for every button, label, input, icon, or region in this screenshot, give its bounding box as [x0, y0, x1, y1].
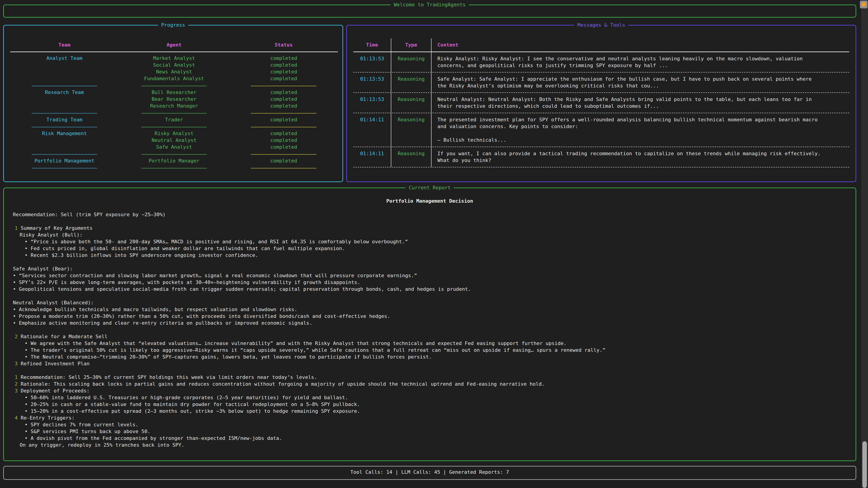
report-line: • 20–25% in cash or a stable-value fund … [4, 401, 856, 408]
agent-name: Safe Analyst [119, 144, 229, 151]
message-time: 01:14:11 [353, 147, 391, 167]
report-line: 1 Summary of Key Arguments [4, 225, 856, 232]
status-value: completed [229, 55, 338, 62]
report-line: • We agree with the Safe Analyst that “e… [4, 340, 856, 347]
report-line: 3 Refined Investment Plan [4, 360, 856, 367]
team-name: Analyst Team [10, 55, 119, 62]
terminal-screen: { "colors": { "bg": "#1f1f1f", "fg": "#e… [0, 0, 868, 488]
report-line: 4 Re-Entry Triggers: [4, 415, 856, 421]
message-row: 01:14:11 Reasoning The presented investm… [353, 113, 849, 147]
message-row: 01:13:53 Reasoning Risky Analyst: Risky … [353, 52, 849, 72]
status-value: completed [229, 68, 338, 75]
report-line: 2 Rationale for a Moderate Sell [4, 333, 856, 340]
message-time: 01:13:53 [353, 93, 391, 113]
progress-group-separator [10, 127, 338, 127]
report-item-number: 2 [15, 334, 18, 339]
report-line: Safe Analyst (Bear): [4, 265, 856, 272]
scrollbar-thumb[interactable] [862, 441, 867, 488]
progress-row: Analyst Team Market Analyst completed [10, 55, 338, 62]
report-line: 3 Deployment of Proceeds: [4, 387, 856, 394]
progress-panel: Progress Team Agent Status Analyst Team … [3, 25, 343, 182]
agent-name: Bear Researcher [119, 96, 229, 103]
report-blank-line [4, 367, 856, 374]
status-value: completed [229, 75, 338, 82]
report-line: Recommendation: Sell (trim SPY exposure … [4, 211, 856, 218]
welcome-panel: Welcome to TradingAgents [3, 4, 856, 18]
footer-stats-panel: Tool Calls: 14 | LLM Calls: 45 | Generat… [3, 466, 856, 480]
status-value: completed [229, 130, 338, 137]
status-value: completed [229, 62, 338, 68]
message-row: 01:13:53 Reasoning Safe Analyst: Safe An… [353, 72, 849, 93]
progress-col-team: Team [10, 41, 119, 48]
report-line: • Geopolitical tensions and speculative … [4, 286, 856, 293]
report-line: 1 Recommendation: Sell 25–30% of current… [4, 374, 856, 381]
progress-row: Research Manager completed [10, 103, 338, 109]
progress-col-status: Status [229, 41, 338, 48]
message-time: 01:13:53 [353, 72, 391, 92]
team-name [10, 137, 119, 144]
report-line: • S&P services PMI turns back up above 5… [4, 428, 856, 435]
report-line: Neutral Analyst (Balanced): [4, 299, 856, 306]
report-heading: Portfolio Management Decision [4, 198, 856, 204]
message-content: Safe Analyst: Safe Analyst: I appreciate… [432, 72, 849, 92]
team-name [10, 62, 119, 68]
team-name [10, 144, 119, 151]
report-line: • “Price is above both the 50- and 200-d… [4, 238, 856, 245]
message-type: Reasoning [391, 113, 432, 147]
report-line: • The trader’s original 50% cut is likel… [4, 347, 856, 354]
messages-body: 01:13:53 Reasoning Risky Analyst: Risky … [353, 52, 849, 167]
report-line: On any trigger, redeploy in 25% tranches… [4, 442, 856, 449]
progress-group-separator [10, 154, 338, 155]
status-value: completed [229, 116, 338, 123]
agent-name: Social Analyst [119, 62, 229, 68]
scrollbar-top-button[interactable] [860, 1, 868, 8]
messages-panel-title: Messages & Tools [574, 22, 628, 29]
agent-name: Portfolio Manager [119, 158, 229, 164]
team-name [10, 68, 119, 75]
message-content: The presented investment plan for SPY of… [432, 113, 849, 147]
message-row: 01:14:11 Reasoning If you want, I can al… [353, 147, 849, 167]
progress-row: Fundamentals Analyst completed [10, 75, 338, 82]
footer-stats-text: Tool Calls: 14 | LLM Calls: 45 | Generat… [4, 466, 856, 478]
report-blank-line [4, 293, 856, 299]
message-type: Reasoning [391, 93, 432, 113]
record-dot-icon [862, 2, 866, 7]
report-line: • Emphasize active monitoring and clear … [4, 320, 856, 326]
message-time: 01:13:53 [353, 52, 391, 72]
team-name [10, 96, 119, 103]
progress-table: Team Agent Status Analyst Team Market An… [10, 38, 338, 171]
report-panel-title: Current Report [405, 184, 454, 191]
report-blank-line [4, 259, 856, 265]
report-line: • SPY declines 7% from current levels. [4, 421, 856, 428]
message-type: Reasoning [391, 147, 432, 167]
message-type: Reasoning [391, 72, 432, 92]
report-item-number: 1 [15, 225, 18, 231]
report-line: • 15–20% in a cost-effective put spread … [4, 408, 856, 415]
scrollbar-track[interactable] [861, 0, 868, 488]
report-item-number: 3 [15, 361, 18, 366]
report-line: • Acknowledge bullish technicals and mac… [4, 306, 856, 313]
report-line: • Recent $2.3 billion inflows into SPY u… [4, 252, 856, 259]
agent-name: Market Analyst [119, 55, 229, 62]
report-panel: Current Report Portfolio Management Deci… [3, 188, 856, 461]
status-value: completed [229, 158, 338, 164]
agent-name: Research Manager [119, 103, 229, 109]
progress-row: News Analyst completed [10, 68, 338, 75]
status-value: completed [229, 137, 338, 144]
team-name: Portfolio Management [10, 158, 119, 164]
report-body: Recommendation: Sell (trim SPY exposure … [4, 211, 856, 449]
report-line: 2 Rationale: This scaling back locks in … [4, 381, 856, 387]
report-item-number: 2 [15, 381, 18, 387]
message-row: 01:13:53 Reasoning Neutral Analyst: Neut… [353, 93, 849, 113]
progress-row: Bear Researcher completed [10, 96, 338, 103]
messages-col-content: Content [432, 38, 849, 52]
status-value: completed [229, 144, 338, 151]
agent-name: News Analyst [119, 68, 229, 75]
progress-row: Neutral Analyst completed [10, 137, 338, 144]
team-name: Research Team [10, 89, 119, 96]
message-type: Reasoning [391, 52, 432, 72]
report-item-number: 4 [15, 415, 18, 421]
progress-row: Portfolio Management Portfolio Manager c… [10, 158, 338, 164]
progress-group-separator [10, 86, 338, 86]
progress-row: Social Analyst completed [10, 62, 338, 68]
